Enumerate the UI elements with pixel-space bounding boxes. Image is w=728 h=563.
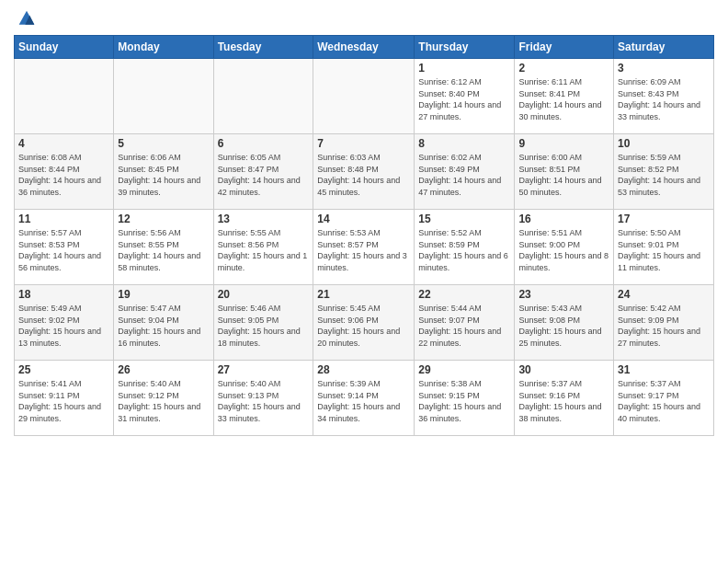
- day-info: Sunrise: 6:12 AM Sunset: 8:40 PM Dayligh…: [418, 76, 510, 122]
- day-number: 23: [518, 288, 609, 301]
- calendar-cell: 2Sunrise: 6:11 AM Sunset: 8:41 PM Daylig…: [515, 59, 614, 134]
- calendar-cell: 31Sunrise: 5:37 AM Sunset: 9:17 PM Dayli…: [614, 361, 714, 436]
- calendar-cell: 26Sunrise: 5:40 AM Sunset: 9:12 PM Dayli…: [114, 361, 213, 436]
- calendar-cell: 21Sunrise: 5:45 AM Sunset: 9:06 PM Dayli…: [313, 285, 415, 361]
- day-info: Sunrise: 5:40 AM Sunset: 9:12 PM Dayligh…: [118, 378, 209, 424]
- day-info: Sunrise: 6:09 AM Sunset: 8:43 PM Dayligh…: [618, 76, 710, 122]
- calendar-cell: 16Sunrise: 5:51 AM Sunset: 9:00 PM Dayli…: [515, 210, 614, 285]
- calendar-cell: [313, 59, 415, 134]
- day-info: Sunrise: 6:08 AM Sunset: 8:44 PM Dayligh…: [18, 152, 109, 198]
- calendar-page: SundayMondayTuesdayWednesdayThursdayFrid…: [0, 0, 728, 563]
- calendar-cell: 29Sunrise: 5:38 AM Sunset: 9:15 PM Dayli…: [415, 361, 515, 436]
- weekday-header-tuesday: Tuesday: [213, 36, 313, 59]
- day-info: Sunrise: 5:37 AM Sunset: 9:16 PM Dayligh…: [518, 378, 609, 424]
- calendar-cell: 17Sunrise: 5:50 AM Sunset: 9:01 PM Dayli…: [614, 210, 714, 285]
- day-info: Sunrise: 5:37 AM Sunset: 9:17 PM Dayligh…: [618, 378, 710, 424]
- calendar-cell: 13Sunrise: 5:55 AM Sunset: 8:56 PM Dayli…: [213, 210, 313, 285]
- day-number: 9: [518, 137, 609, 150]
- day-info: Sunrise: 6:02 AM Sunset: 8:49 PM Dayligh…: [418, 152, 510, 198]
- day-number: 14: [317, 213, 410, 225]
- day-number: 15: [418, 213, 510, 225]
- calendar-cell: 20Sunrise: 5:46 AM Sunset: 9:05 PM Dayli…: [213, 285, 313, 361]
- day-info: Sunrise: 5:46 AM Sunset: 9:05 PM Dayligh…: [218, 303, 310, 349]
- calendar-cell: 22Sunrise: 5:44 AM Sunset: 9:07 PM Dayli…: [415, 285, 515, 361]
- day-info: Sunrise: 5:44 AM Sunset: 9:07 PM Dayligh…: [418, 303, 510, 349]
- day-number: 30: [518, 363, 609, 376]
- day-info: Sunrise: 5:53 AM Sunset: 8:57 PM Dayligh…: [317, 227, 410, 273]
- week-row-2: 4Sunrise: 6:08 AM Sunset: 8:44 PM Daylig…: [15, 134, 714, 210]
- day-info: Sunrise: 5:43 AM Sunset: 9:08 PM Dayligh…: [518, 303, 609, 349]
- calendar-cell: 7Sunrise: 6:03 AM Sunset: 8:48 PM Daylig…: [313, 134, 415, 210]
- calendar-cell: 30Sunrise: 5:37 AM Sunset: 9:16 PM Dayli…: [515, 361, 614, 436]
- calendar-cell: 24Sunrise: 5:42 AM Sunset: 9:09 PM Dayli…: [614, 285, 714, 361]
- day-number: 25: [18, 363, 109, 376]
- day-number: 2: [518, 62, 609, 75]
- day-number: 12: [118, 213, 209, 225]
- calendar-cell: 14Sunrise: 5:53 AM Sunset: 8:57 PM Dayli…: [313, 210, 415, 285]
- day-info: Sunrise: 5:47 AM Sunset: 9:04 PM Dayligh…: [118, 303, 209, 349]
- day-info: Sunrise: 6:11 AM Sunset: 8:41 PM Dayligh…: [518, 76, 609, 122]
- weekday-header-thursday: Thursday: [415, 36, 515, 59]
- day-number: 19: [118, 288, 209, 301]
- calendar-cell: 1Sunrise: 6:12 AM Sunset: 8:40 PM Daylig…: [415, 59, 515, 134]
- calendar-cell: [15, 59, 114, 134]
- day-info: Sunrise: 5:56 AM Sunset: 8:55 PM Dayligh…: [118, 227, 209, 273]
- week-row-3: 11Sunrise: 5:57 AM Sunset: 8:53 PM Dayli…: [15, 210, 714, 285]
- day-number: 4: [18, 137, 109, 150]
- day-number: 24: [618, 288, 710, 301]
- day-number: 1: [418, 62, 510, 75]
- calendar-cell: [114, 59, 213, 134]
- day-info: Sunrise: 5:42 AM Sunset: 9:09 PM Dayligh…: [618, 303, 710, 349]
- day-number: 7: [317, 137, 410, 150]
- day-info: Sunrise: 5:59 AM Sunset: 8:52 PM Dayligh…: [618, 152, 710, 198]
- day-info: Sunrise: 5:41 AM Sunset: 9:11 PM Dayligh…: [18, 378, 109, 424]
- weekday-header-wednesday: Wednesday: [313, 36, 415, 59]
- day-number: 6: [218, 137, 310, 150]
- day-number: 5: [118, 137, 209, 150]
- calendar-cell: 23Sunrise: 5:43 AM Sunset: 9:08 PM Dayli…: [515, 285, 614, 361]
- day-info: Sunrise: 6:05 AM Sunset: 8:47 PM Dayligh…: [218, 152, 310, 198]
- logo-icon: [17, 9, 36, 28]
- day-number: 10: [618, 137, 710, 150]
- calendar-cell: 11Sunrise: 5:57 AM Sunset: 8:53 PM Dayli…: [15, 210, 114, 285]
- calendar-cell: 18Sunrise: 5:49 AM Sunset: 9:02 PM Dayli…: [15, 285, 114, 361]
- calendar-cell: 9Sunrise: 6:00 AM Sunset: 8:51 PM Daylig…: [515, 134, 614, 210]
- day-number: 13: [218, 213, 310, 225]
- day-number: 21: [317, 288, 410, 301]
- day-number: 27: [218, 363, 310, 376]
- week-row-5: 25Sunrise: 5:41 AM Sunset: 9:11 PM Dayli…: [15, 361, 714, 436]
- day-info: Sunrise: 5:49 AM Sunset: 9:02 PM Dayligh…: [18, 303, 109, 349]
- day-number: 18: [18, 288, 109, 301]
- day-number: 17: [618, 213, 710, 225]
- calendar-cell: 15Sunrise: 5:52 AM Sunset: 8:59 PM Dayli…: [415, 210, 515, 285]
- day-number: 11: [18, 213, 109, 225]
- week-row-4: 18Sunrise: 5:49 AM Sunset: 9:02 PM Dayli…: [15, 285, 714, 361]
- day-info: Sunrise: 5:52 AM Sunset: 8:59 PM Dayligh…: [418, 227, 510, 273]
- calendar-cell: 12Sunrise: 5:56 AM Sunset: 8:55 PM Dayli…: [114, 210, 213, 285]
- calendar-table: SundayMondayTuesdayWednesdayThursdayFrid…: [14, 35, 714, 436]
- day-number: 26: [118, 363, 209, 376]
- calendar-cell: 4Sunrise: 6:08 AM Sunset: 8:44 PM Daylig…: [15, 134, 114, 210]
- calendar-cell: [213, 59, 313, 134]
- weekday-header-friday: Friday: [515, 36, 614, 59]
- day-info: Sunrise: 5:50 AM Sunset: 9:01 PM Dayligh…: [618, 227, 710, 273]
- week-row-1: 1Sunrise: 6:12 AM Sunset: 8:40 PM Daylig…: [15, 59, 714, 134]
- logo: [14, 9, 36, 28]
- header: [14, 9, 714, 28]
- day-info: Sunrise: 5:40 AM Sunset: 9:13 PM Dayligh…: [218, 378, 310, 424]
- day-number: 20: [218, 288, 310, 301]
- day-info: Sunrise: 5:45 AM Sunset: 9:06 PM Dayligh…: [317, 303, 410, 349]
- calendar-cell: 6Sunrise: 6:05 AM Sunset: 8:47 PM Daylig…: [213, 134, 313, 210]
- calendar-cell: 27Sunrise: 5:40 AM Sunset: 9:13 PM Dayli…: [213, 361, 313, 436]
- day-number: 29: [418, 363, 510, 376]
- weekday-header-saturday: Saturday: [614, 36, 714, 59]
- day-info: Sunrise: 6:03 AM Sunset: 8:48 PM Dayligh…: [317, 152, 410, 198]
- calendar-cell: 19Sunrise: 5:47 AM Sunset: 9:04 PM Dayli…: [114, 285, 213, 361]
- day-number: 16: [518, 213, 609, 225]
- weekday-header-monday: Monday: [114, 36, 213, 59]
- calendar-cell: 5Sunrise: 6:06 AM Sunset: 8:45 PM Daylig…: [114, 134, 213, 210]
- day-info: Sunrise: 5:51 AM Sunset: 9:00 PM Dayligh…: [518, 227, 609, 273]
- calendar-cell: 3Sunrise: 6:09 AM Sunset: 8:43 PM Daylig…: [614, 59, 714, 134]
- day-number: 31: [618, 363, 710, 376]
- calendar-cell: 28Sunrise: 5:39 AM Sunset: 9:14 PM Dayli…: [313, 361, 415, 436]
